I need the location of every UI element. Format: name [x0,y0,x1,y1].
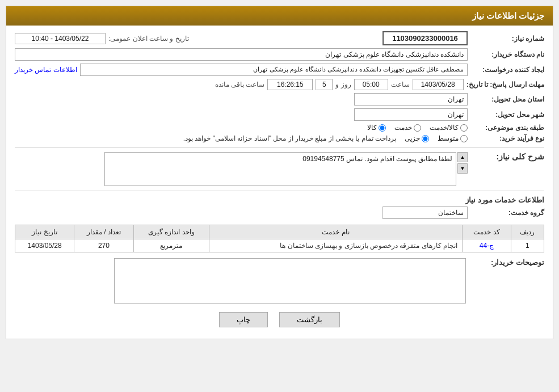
radio-kala-khedmat-label: کالا/خدمت [430,124,459,132]
panel-title: جزئیات اطلاعات نیاز [472,11,544,20]
deadline-label: مهلت ارسال پاسخ: تا تاریخ: [466,81,544,88]
cell-service-code: ج-44 [463,239,511,252]
process-label: نوع فرآیند خرید: [470,134,544,142]
buyer-notes-label: توصیحات خریدار: [470,258,544,267]
deadline-remaining: 16:26:15 [267,79,313,90]
bottom-buttons: بازگشت چاپ [15,312,544,333]
services-section-title: اطلاعات خدمات مورد نیاز [15,196,544,204]
table-header-row: ردیف کد خدمت نام خدمت واحد اندازه گیری ت… [15,225,544,239]
radio-mottaset[interactable]: متوسط [438,134,468,142]
cell-service-name: انجام کارهای متفرقه درخصوص بازسازی و بهس… [209,239,463,252]
scroll-buttons: ▲ ▼ [457,152,468,174]
province-value: تهران [354,93,468,106]
radio-kala-khedmat[interactable]: کالا/خدمت [430,124,468,132]
radio-khedmat[interactable]: خدمت [394,124,421,132]
panel-body: شماره نیاز: 1103090233000016 تاریخ و ساع… [6,26,553,339]
col-quantity: تعداد / مقدار [74,225,133,239]
services-section: ردیف کد خدمت نام خدمت واحد اندازه گیری ت… [15,225,544,252]
col-unit: واحد اندازه گیری [133,225,209,239]
radio-mottaset-input[interactable] [460,135,468,142]
deadline-day-label: روز و [335,81,351,88]
table-row: 1 ج-44 انجام کارهای متفرقه درخصوص بازساز… [15,239,544,252]
radio-kala-khedmat-input[interactable] [460,124,468,132]
radio-jezee-label: جزیی [405,134,420,142]
radio-jezee-input[interactable] [422,135,429,142]
service-group-value: ساختمان [383,206,468,219]
general-desc-row: شرح کلی نیاز: ▲ ▼ لطفا مطابق پیوست اقدام… [15,152,544,186]
city-value: تهران [354,108,468,121]
province-row: استان محل تحویل: تهران [15,93,544,106]
service-code-link[interactable]: ج-44 [480,242,494,250]
scroll-up-btn[interactable]: ▲ [457,152,468,162]
radio-khedmat-input[interactable] [414,124,421,132]
process-note: پرداخت تمام یا بخشی از مبلغ خریدار از مح… [183,134,396,142]
deadline-date: 1403/05/28 [413,79,464,90]
print-button[interactable]: چاپ [219,312,268,327]
deadline-time-label: ساعت [391,81,410,88]
radio-jezee[interactable]: جزیی [405,134,429,142]
cell-row-num: 1 [511,239,544,252]
services-table: ردیف کد خدمت نام خدمت واحد اندازه گیری ت… [15,225,544,252]
deadline-days: 5 [316,79,333,90]
radio-mottaset-label: متوسط [438,134,459,142]
service-group-label: گروه خدمت: [470,209,544,217]
category-radio-group: کالا/خدمت خدمت کالا [367,124,468,132]
province-label: استان محل تحویل: [470,95,544,103]
general-desc-container: ▲ ▼ لطفا مطابق پیوست اقدام شود. تماس 091… [104,152,468,186]
radio-kala-input[interactable] [379,124,386,132]
deadline-remaining-label: ساعت باقی مانده [215,81,265,88]
radio-kala-label: کالا [367,124,377,132]
service-group-row: گروه خدمت: ساختمان [15,206,544,219]
announce-datetime-value: 1403/05/22 - 10:40 [15,33,106,44]
contact-link[interactable]: اطلاعات تماس خریدار [15,66,77,74]
category-row: طبقه بندی موضوعی: کالا/خدمت خدمت کالا [15,124,544,132]
radio-khedmat-label: خدمت [394,124,412,132]
col-row-num: ردیف [511,225,544,239]
page-wrapper: جزئیات اطلاعات نیاز شماره نیاز: 11030902… [0,0,559,345]
need-number-value: 1103090233000016 [383,31,468,45]
buyer-org-label: نام دستگاه خریدار: [470,50,544,58]
requester-row: ایجاد کننده درخواست: مصطفی عاقل تکنسین ت… [15,64,544,76]
general-desc-label: شرح کلی نیاز: [470,152,544,161]
need-number-label: شماره نیاز: [470,35,544,43]
main-panel: جزئیات اطلاعات نیاز شماره نیاز: 11030902… [6,6,553,339]
buyer-org-value: دانشکده دندانپزشکی دانشگاه علوم پزشکی ته… [15,48,468,61]
buyer-notes-row: توصیحات خریدار: [15,258,544,304]
cell-quantity: 270 [74,239,133,252]
cell-date: 1403/05/28 [15,239,74,252]
back-button[interactable]: بازگشت [279,312,340,327]
requester-label: ایجاد کننده درخواست: [470,66,544,74]
need-number-row: شماره نیاز: 1103090233000016 تاریخ و ساع… [15,31,544,45]
announce-datetime-label: تاریخ و ساعت اعلان عمومی: [108,35,189,43]
buyer-org-row: نام دستگاه خریدار: دانشکده دندانپزشکی دا… [15,48,544,61]
category-label: طبقه بندی موضوعی: [470,124,544,132]
city-row: شهر محل تحویل: تهران [15,108,544,121]
separator-2 [15,191,544,191]
general-desc-text: لطفا مطابق پیوست اقدام شود. تماس 0919454… [302,155,452,163]
col-service-name: نام خدمت [209,225,463,239]
process-radio-group: متوسط جزیی [405,134,468,142]
col-service-code: کد خدمت [463,225,511,239]
panel-header: جزئیات اطلاعات نیاز [6,6,553,26]
cell-unit: مترمربع [133,239,209,252]
col-date: تاریخ نیاز [15,225,74,239]
radio-kala[interactable]: کالا [367,124,386,132]
deadline-time: 05:00 [354,79,388,90]
separator-1 [15,147,544,147]
buyer-notes-textarea[interactable] [114,258,466,304]
general-desc-value: لطفا مطابق پیوست اقدام شود. تماس 0919454… [104,152,456,186]
process-row: نوع فرآیند خرید: متوسط جزیی پرداخت تمام … [15,134,544,142]
scroll-down-btn[interactable]: ▼ [457,163,468,174]
deadline-row: مهلت ارسال پاسخ: تا تاریخ: 1403/05/28 سا… [15,79,544,90]
city-label: شهر محل تحویل: [470,111,544,119]
requester-value: مصطفی عاقل تکنسین تجهیزات دانشکده دندانپ… [80,64,468,76]
